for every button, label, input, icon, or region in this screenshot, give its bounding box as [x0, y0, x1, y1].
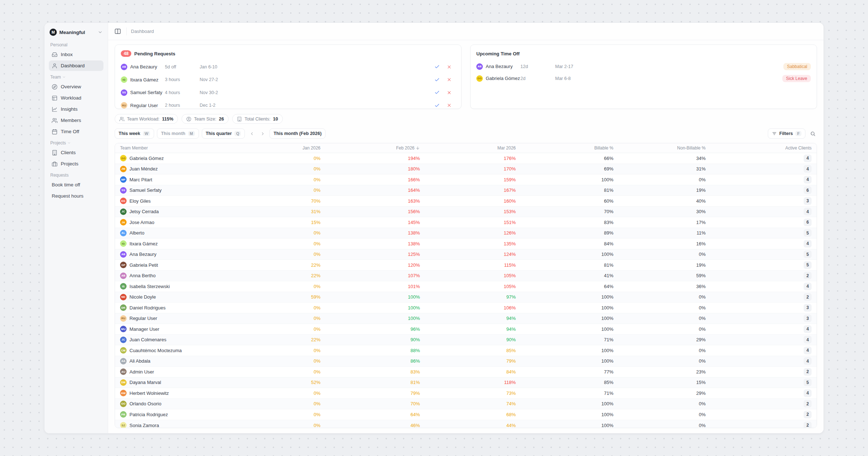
avatar: AB: [120, 251, 127, 258]
mar-utilization: 85%: [420, 348, 516, 353]
table-row-eloy-giles[interactable]: EG Eloy Giles 70% 163% 160% 60% 40% 3: [115, 196, 817, 207]
sidebar-section-team: Team Overview Workload: [49, 75, 103, 137]
check-icon: [434, 103, 440, 108]
column-header-feb-2026[interactable]: Feb 2026: [396, 145, 420, 151]
sidebar-item-overview[interactable]: Overview: [49, 81, 103, 92]
table-row-jetsy-cerrada[interactable]: JC Jetsy Cerrada 31% 156% 153% 70% 30% 4: [115, 207, 817, 218]
pending-requests-title: Pending Requests: [134, 51, 175, 56]
sidebar-section-items: Inbox Dashboard: [49, 49, 103, 71]
sidebar-section-header[interactable]: Requests: [50, 173, 102, 178]
sidebar-section-label: Personal: [50, 42, 67, 47]
table-row-orlando-osorio[interactable]: OO Orlando Osorio 0% 70% 74% 100% 0% 2: [115, 399, 817, 410]
billable-percent: 100%: [516, 177, 613, 182]
sidebar-item-request-hours[interactable]: Request hours: [49, 191, 103, 201]
approve-button[interactable]: [434, 76, 440, 83]
table-row-juan-colmenares[interactable]: JC Juan Colmenares 22% 90% 90% 71% 29% 4: [115, 335, 817, 346]
sidebar-item-members[interactable]: Members: [49, 115, 103, 126]
non-billable-percent: 0%: [613, 401, 706, 406]
column-header-mar-2026[interactable]: Mar 2026: [497, 145, 516, 151]
sidebar-item-inbox[interactable]: Inbox: [49, 49, 103, 60]
table-row-daniel-rodrigues[interactable]: DR Daniel Rodrigues 0% 100% 106% 100% 0%…: [115, 303, 817, 313]
prev-period-button[interactable]: [248, 129, 256, 138]
sidebar-item-insights[interactable]: Insights: [49, 104, 103, 114]
sidebar-toggle-button[interactable]: [113, 27, 122, 36]
workspace-logo: M: [50, 29, 57, 36]
table-row-ali-abdala[interactable]: AA Ali Abdala 0% 86% 79% 100% 0% 4: [115, 356, 817, 367]
non-billable-percent: 30%: [613, 209, 706, 214]
chevron-right-icon: [260, 131, 265, 136]
sidebar-item-label: Inbox: [61, 52, 73, 57]
column-header-jan-2026[interactable]: Jan 2026: [303, 145, 320, 151]
search-button[interactable]: [808, 129, 817, 138]
reject-button[interactable]: [446, 64, 452, 70]
sidebar-item-clients[interactable]: Clients: [49, 147, 103, 158]
inbox-icon: [52, 52, 58, 58]
table-row-herbert-wolniewitz[interactable]: HW Herbert Wolniewitz 0% 79% 73% 71% 29%…: [115, 388, 817, 399]
jan-utilization: 0%: [220, 166, 320, 172]
member-name: Marc Pitart: [129, 177, 152, 182]
table-row-sonia-zamora[interactable]: SZ Sonia Zamora 0% 46% 44% 100% 0% 2: [115, 420, 817, 428]
chevron-left-icon: [250, 131, 254, 136]
sidebar-section-header[interactable]: Team: [50, 75, 102, 80]
table-row-isabella-sterzewski[interactable]: IS Isabella Sterzewski 0% 101% 105% 64% …: [115, 281, 817, 292]
reject-button[interactable]: [446, 89, 452, 96]
column-header-label: Jan 2026: [303, 145, 320, 151]
active-clients-cell: 2: [706, 293, 812, 301]
table-row-marc-pitart[interactable]: MP Marc Pitart 0% 166% 159% 100% 0% 4: [115, 174, 817, 185]
workspace-switcher[interactable]: M Meaningful: [49, 27, 103, 39]
approve-button[interactable]: [434, 89, 440, 96]
feb-utilization: 81%: [320, 380, 420, 385]
workload-table: Team Member Jan 2026 Feb 2026 Mar 2026: [115, 143, 817, 428]
table-row-dayana-marval[interactable]: DM Dayana Marval 52% 81% 118% 85% 15% 5: [115, 377, 817, 388]
member-cell: DM Dayana Marval: [120, 379, 220, 386]
table-row-jose-armao[interactable]: JA Jose Armao 15% 145% 151% 83% 17% 6: [115, 217, 817, 228]
range-button-this-week[interactable]: This week W: [115, 128, 154, 139]
reject-button[interactable]: [446, 102, 452, 109]
next-period-button[interactable]: [259, 129, 267, 138]
current-range-button[interactable]: This month (Feb 2026): [269, 128, 326, 139]
sidebar-section-header[interactable]: Personal: [50, 42, 102, 47]
member-name: Juan Méndez: [129, 166, 158, 172]
table-row-regular-user[interactable]: RU Regular User 0% 100% 94% 100% 0% 3: [115, 313, 817, 324]
sidebar-item-dashboard[interactable]: Dashboard: [49, 60, 103, 71]
table-row-manager-user[interactable]: MU Manager User 0% 96% 94% 100% 0% 4: [115, 324, 817, 335]
request-actions: [434, 64, 455, 70]
sidebar-item-projects[interactable]: Projects: [49, 159, 103, 169]
sidebar-section-header[interactable]: Projects: [50, 140, 102, 145]
approve-button[interactable]: [434, 102, 440, 109]
table-row-alberto[interactable]: AL Alberto 0% 138% 126% 89% 11% 5: [115, 228, 817, 239]
range-button-this-quarter[interactable]: This quarter Q: [202, 128, 245, 139]
table-row-itxara-g-mez[interactable]: IG Itxara Gámez 0% 138% 135% 84% 16% 4: [115, 238, 817, 249]
active-clients-cell: 4: [706, 165, 812, 173]
column-header-team-member[interactable]: Team Member: [120, 145, 148, 151]
table-row-anna-bertho[interactable]: AB Anna Bertho 22% 107% 105% 41% 59% 2: [115, 271, 817, 282]
table-row-cuauht-moc-moctezuma[interactable]: CM Cuauhtémoc Moctezuma 0% 88% 85% 100% …: [115, 345, 817, 356]
table-row-nicole-doyle[interactable]: ND Nicole Doyle 59% 100% 97% 100% 0% 2: [115, 292, 817, 303]
member-name: Itxara Gámez: [129, 241, 158, 246]
jan-utilization: 0%: [220, 230, 320, 236]
mar-utilization: 159%: [420, 177, 516, 182]
member-cell: AA Ali Abdala: [120, 358, 220, 364]
filters-button[interactable]: Filters F: [768, 128, 805, 139]
approve-button[interactable]: [434, 64, 440, 70]
reject-button[interactable]: [446, 76, 452, 83]
sidebar-item-time-off[interactable]: Time Off: [49, 126, 103, 137]
table-row-juan-m-ndez[interactable]: JM Juan Méndez 0% 180% 170% 69% 31% 4: [115, 164, 817, 175]
column-header-label: Team Member: [120, 145, 148, 151]
table-row-gabriela-g-mez[interactable]: GG Gabriela Gómez 0% 194% 176% 66% 34% 4: [115, 153, 817, 164]
sidebar-item-workload[interactable]: Workload: [49, 93, 103, 103]
table-row-gabriela-petit[interactable]: GP Gabriela Petit 22% 120% 115% 81% 19% …: [115, 260, 817, 271]
table-row-admin-user[interactable]: AU Admin User 0% 83% 84% 77% 23% 2: [115, 367, 817, 377]
table-row-patricia-rodriguez[interactable]: PR Patricia Rodriguez 0% 64% 68% 100% 0%…: [115, 409, 817, 420]
column-header-billable[interactable]: Billable %: [594, 145, 613, 151]
active-clients-cell: 2: [706, 368, 812, 376]
table-row-ana-bezaury[interactable]: AB Ana Bezaury 0% 125% 124% 100% 0% 5: [115, 249, 817, 260]
column-header-active-clients[interactable]: Active Clients: [785, 145, 812, 151]
column-header-non-billable[interactable]: Non-Billable %: [677, 145, 706, 151]
sidebar-item-book-time-off[interactable]: Book time off: [49, 180, 103, 190]
range-button-this-month[interactable]: This month M: [157, 128, 199, 139]
pending-request-row-ana-bezaury: AB Ana Bezaury 5d off Jan 6-10: [121, 60, 455, 73]
member-cell: EG Eloy Giles: [120, 198, 220, 204]
mar-utilization: 73%: [420, 390, 516, 396]
table-row-samuel-serfaty[interactable]: SS Samuel Serfaty 0% 164% 167% 81% 19% 6: [115, 185, 817, 196]
